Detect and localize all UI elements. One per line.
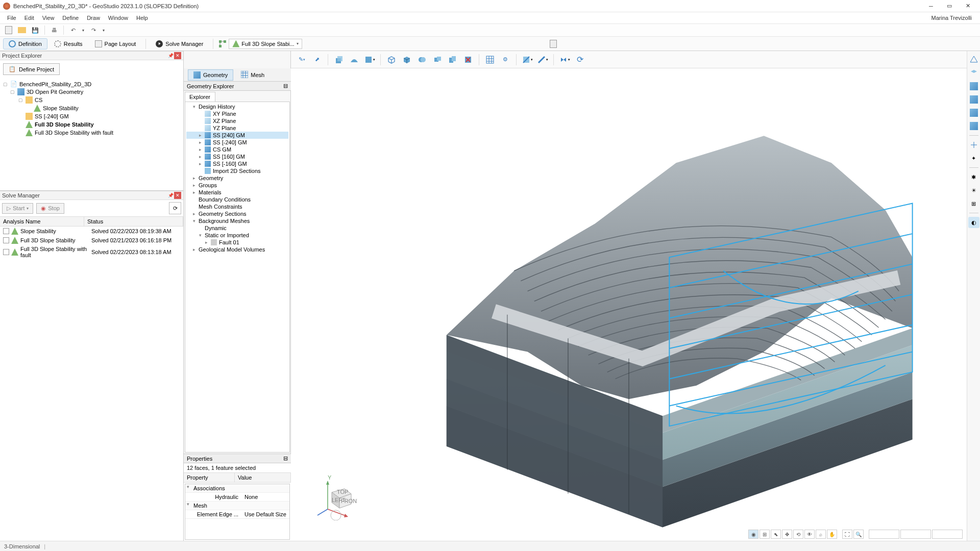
measure-icon[interactable]: ▾ xyxy=(536,53,549,66)
gt-materials[interactable]: ▸Materials xyxy=(186,189,288,196)
table-icon[interactable] xyxy=(483,53,497,66)
extrude-icon[interactable] xyxy=(332,53,346,66)
rt-cube2-icon[interactable] xyxy=(968,94,979,105)
solve-row[interactable]: Full 3D Slope Stability with faultSolved… xyxy=(0,245,183,259)
report-icon[interactable] xyxy=(548,39,558,49)
vc-rotate-icon[interactable]: ⟲ xyxy=(793,530,803,539)
redo-icon[interactable]: ↷ xyxy=(88,24,99,36)
maximize-button[interactable]: ▭ xyxy=(940,0,959,12)
checkbox[interactable] xyxy=(3,228,9,234)
delete-body-icon[interactable] xyxy=(461,53,475,66)
copy-body-icon[interactable] xyxy=(446,53,459,66)
gt-bc[interactable]: Boundary Conditions xyxy=(186,196,288,203)
menu-view[interactable]: View xyxy=(38,14,59,22)
tree-slope-stability[interactable]: Slope Stability xyxy=(1,104,182,112)
collapse-icon[interactable]: ⊟ xyxy=(283,455,288,462)
redo-dropdown-icon[interactable]: ▾ xyxy=(101,24,106,36)
tree-full3d-fault[interactable]: Full 3D Slope Stability with fault xyxy=(1,129,182,137)
gt-design-history[interactable]: ▾Design History xyxy=(186,103,288,110)
menu-file[interactable]: File xyxy=(3,14,20,22)
gear-icon[interactable]: ⚙ xyxy=(499,53,512,66)
tab-mesh[interactable]: Mesh xyxy=(235,69,270,81)
vc-pan-icon[interactable]: ✋ xyxy=(827,530,837,539)
rt-grid-icon[interactable]: ⊞ xyxy=(968,198,979,209)
vc-move-icon[interactable]: ✥ xyxy=(782,530,792,539)
define-project-button[interactable]: 📋 Define Project xyxy=(3,63,60,75)
select-arrow-icon[interactable]: ⬈ xyxy=(310,53,324,66)
checkbox[interactable] xyxy=(3,249,9,255)
gt-ss160[interactable]: ▸SS [160] GM xyxy=(186,153,288,160)
col-analysis-name[interactable]: Analysis Name xyxy=(0,217,84,226)
sweep-icon[interactable]: ▾ xyxy=(363,53,376,66)
start-button[interactable]: ▷Start▾ xyxy=(2,203,33,214)
close-panel-icon[interactable]: ✕ xyxy=(174,52,181,59)
loft-icon[interactable] xyxy=(348,53,361,66)
rt-iso-icon[interactable] xyxy=(968,67,979,79)
gt-geom-sections[interactable]: ▸Geometry Sections xyxy=(186,210,288,217)
gt-fault01[interactable]: ▸Fault 01 xyxy=(186,239,288,246)
solve-manager-button[interactable]: Solve Manager xyxy=(150,38,209,49)
boolean-subtract-icon[interactable] xyxy=(431,53,444,66)
3d-viewport[interactable]: Y TOP LEFT FRONT xyxy=(291,68,967,541)
stop-button[interactable]: ◉Stop xyxy=(36,203,64,214)
menu-help[interactable]: Help xyxy=(132,14,152,22)
tree-cs[interactable]: ▢CS xyxy=(1,96,182,104)
gt-yz-plane[interactable]: YZ Plane xyxy=(186,124,288,132)
menu-draw[interactable]: Draw xyxy=(83,14,104,22)
vc-cursor-icon[interactable]: ⬉ xyxy=(771,530,781,539)
analysis-dropdown[interactable]: Full 3D Slope Stabi... ▾ xyxy=(229,39,302,49)
solid-cube-icon[interactable] xyxy=(400,53,413,66)
open-file-icon[interactable] xyxy=(16,24,28,36)
orientation-cube[interactable]: Y TOP LEFT FRONT xyxy=(316,474,357,520)
gt-groups[interactable]: ▸Groups xyxy=(186,182,288,189)
gt-csgm[interactable]: ▸CS GM xyxy=(186,146,288,153)
menu-define[interactable]: Define xyxy=(58,14,83,22)
gt-dynamic[interactable]: Dynamic xyxy=(186,224,288,232)
save-file-icon[interactable]: 💾 xyxy=(30,24,41,36)
menu-window[interactable]: Window xyxy=(104,14,132,22)
new-file-icon[interactable] xyxy=(3,24,14,36)
mirror-icon[interactable]: ▾ xyxy=(558,53,571,66)
vc-eye-icon[interactable]: 👁 xyxy=(804,530,815,539)
vc-shaded-icon[interactable]: ◉ xyxy=(748,530,758,539)
gt-ssn240[interactable]: ▸SS [-240] GM xyxy=(186,139,288,146)
print-icon[interactable]: 🖶 xyxy=(48,24,60,36)
gt-geo-model-vol[interactable]: ▸Geological Model Volumes xyxy=(186,246,288,253)
tree-geometry[interactable]: ▢3D Open Pit Geometry xyxy=(1,88,182,96)
prop-hydraulic[interactable]: HydraulicNone xyxy=(185,493,289,502)
boolean-union-icon[interactable] xyxy=(415,53,429,66)
tree-root[interactable]: ▢📄BenchedPit_Stability_2D_3D xyxy=(1,80,182,88)
rt-cube3-icon[interactable] xyxy=(968,107,979,118)
prop-mesh[interactable]: ▾Mesh xyxy=(185,502,289,510)
gt-geometry[interactable]: ▸Geometry xyxy=(186,174,288,182)
vc-grid-icon[interactable]: ⊞ xyxy=(760,530,770,539)
gt-xz-plane[interactable]: XZ Plane xyxy=(186,117,288,124)
solve-row[interactable]: Slope StabilitySolved 02/22/2023 08:19:3… xyxy=(0,227,183,236)
analysis-tree-icon[interactable] xyxy=(217,39,228,49)
pin-icon[interactable]: 📌 xyxy=(167,52,174,59)
minimize-button[interactable]: ─ xyxy=(922,0,940,12)
col-value[interactable]: Value xyxy=(235,473,291,482)
undo-icon[interactable]: ↶ xyxy=(67,24,79,36)
section-plane-icon[interactable]: ▾ xyxy=(521,53,534,66)
vc-fit-icon[interactable]: ⛶ xyxy=(842,530,852,539)
refresh-view-icon[interactable]: ⟳ xyxy=(573,53,586,66)
project-tree[interactable]: ▢📄BenchedPit_Stability_2D_3D ▢3D Open Pi… xyxy=(0,78,183,190)
rt-cube1-icon[interactable] xyxy=(968,81,979,92)
tab-results[interactable]: Results xyxy=(48,38,88,49)
checkbox[interactable] xyxy=(3,237,9,243)
pin-icon[interactable]: 📌 xyxy=(167,192,174,199)
rt-perspective-icon[interactable] xyxy=(968,54,979,65)
tab-geometry[interactable]: Geometry xyxy=(188,69,233,81)
col-property[interactable]: Property xyxy=(184,473,235,482)
tab-definition[interactable]: Definition xyxy=(3,38,47,49)
gt-import2d[interactable]: Import 2D Sections xyxy=(186,167,288,174)
undo-dropdown-icon[interactable]: ▾ xyxy=(81,24,86,36)
gt-ssn160[interactable]: ▸SS [-160] GM xyxy=(186,160,288,167)
rt-center-icon[interactable]: ✦ xyxy=(968,153,979,164)
gt-ss240[interactable]: ▸SS [240] GM xyxy=(186,132,288,139)
menu-edit[interactable]: Edit xyxy=(20,14,38,22)
vc-zoom-icon[interactable]: 🔍 xyxy=(853,530,864,539)
explorer-tab[interactable]: Explorer xyxy=(185,92,215,102)
vc-zoom-window-icon[interactable]: ⌕ xyxy=(816,530,826,539)
